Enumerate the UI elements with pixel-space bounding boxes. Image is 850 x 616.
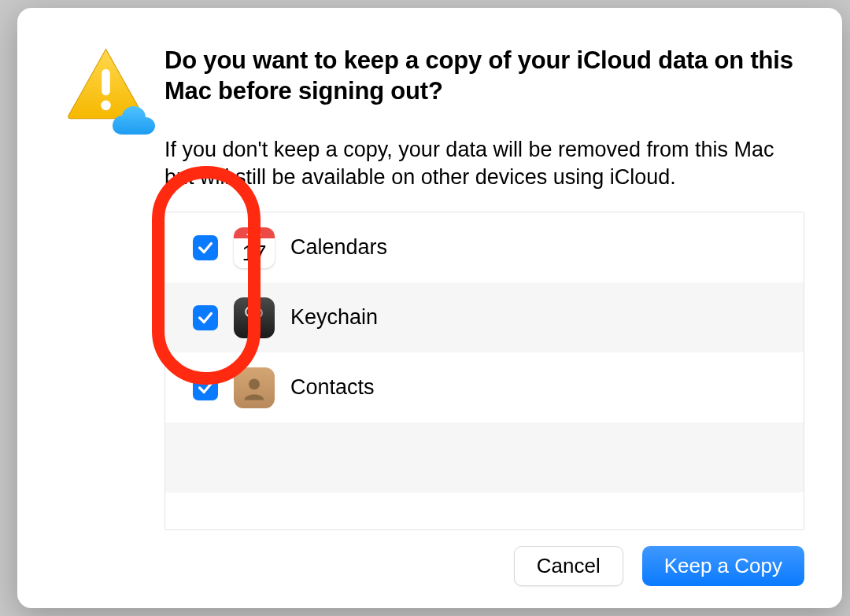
keys-icon xyxy=(238,302,270,334)
cancel-button[interactable]: Cancel xyxy=(514,546,623,586)
data-items-list: JUL 17 Calendars Keychain xyxy=(164,212,804,530)
checkmark-icon xyxy=(197,309,214,326)
list-item-label: Contacts xyxy=(290,375,375,400)
icloud-icon xyxy=(111,105,157,136)
list-item-label: Calendars xyxy=(290,235,387,260)
svg-rect-0 xyxy=(102,69,110,96)
calendar-day: 17 xyxy=(242,238,266,268)
svg-point-4 xyxy=(249,378,260,389)
svg-point-1 xyxy=(101,101,111,111)
contacts-app-icon xyxy=(234,367,275,408)
list-item-contacts: Contacts xyxy=(165,352,804,422)
checkbox-keychain[interactable] xyxy=(193,305,218,330)
dialog-icon xyxy=(65,46,147,128)
calendar-month: JUL xyxy=(234,227,275,238)
keep-copy-button[interactable]: Keep a Copy xyxy=(642,546,804,586)
checkmark-icon xyxy=(197,239,214,256)
dialog-subtitle: If you don't keep a copy, your data will… xyxy=(164,136,804,191)
list-item-empty xyxy=(165,492,804,530)
dialog-title: Do you want to keep a copy of your iClou… xyxy=(164,46,804,107)
list-item-empty xyxy=(165,422,804,492)
calendar-app-icon: JUL 17 xyxy=(234,227,275,268)
signout-dialog: Do you want to keep a copy of your iClou… xyxy=(17,8,842,608)
list-item-label: Keychain xyxy=(290,305,378,330)
dialog-header: Do you want to keep a copy of your iClou… xyxy=(65,46,804,128)
dialog-buttons: Cancel Keep a Copy xyxy=(65,530,804,586)
checkbox-calendars[interactable] xyxy=(193,235,218,260)
checkbox-contacts[interactable] xyxy=(193,375,218,400)
list-item-calendars: JUL 17 Calendars xyxy=(165,212,804,282)
checkmark-icon xyxy=(197,379,214,397)
list-item-keychain: Keychain xyxy=(165,282,804,352)
person-icon xyxy=(238,372,270,404)
keychain-app-icon xyxy=(234,297,275,338)
